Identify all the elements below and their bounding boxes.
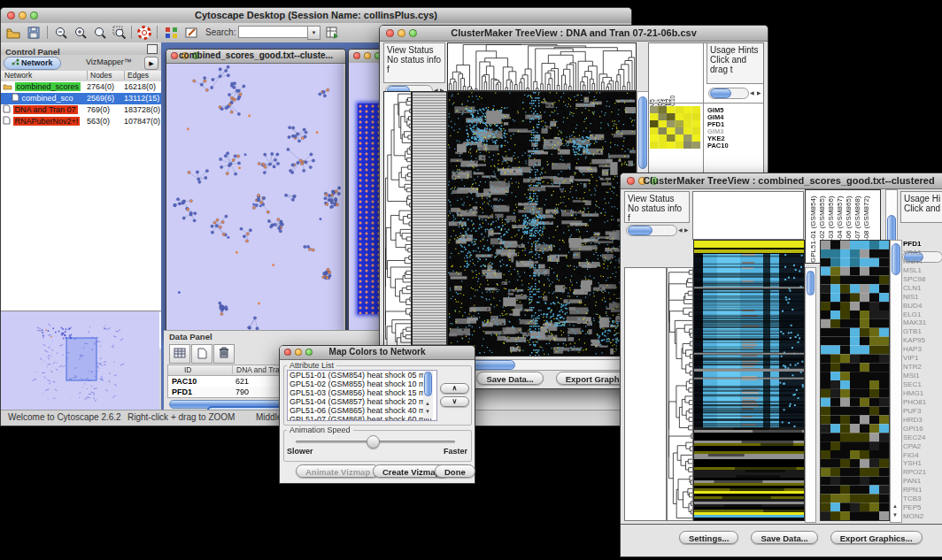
import-table-icon[interactable] <box>323 25 341 41</box>
gene-label: FIG4 <box>903 451 942 460</box>
tab-network[interactable]: Network <box>4 57 61 70</box>
scroll-left-icon[interactable]: ◀ <box>678 226 683 234</box>
new-document-icon[interactable] <box>191 344 212 364</box>
zoom-in-icon[interactable] <box>72 25 89 41</box>
network-row[interactable]: DNA and Tran 07 769(0) 183728(0) <box>1 104 161 116</box>
table-icon[interactable] <box>169 344 190 364</box>
done-button[interactable]: Done <box>435 464 475 478</box>
treeview-button[interactable]: Save Data... <box>476 372 543 385</box>
gene-label: HMG1 <box>903 389 942 398</box>
row-labels-strip <box>412 91 447 357</box>
network-row[interactable]: combined_scores 2764(0) 16218(0) <box>1 81 161 93</box>
gene-label: RPO21 <box>903 468 942 477</box>
network-row[interactable]: RNAPuberNov2+! 563(0) 107847(0) <box>1 116 161 127</box>
help-lifering-icon[interactable] <box>135 25 153 41</box>
speed-slider-thumb[interactable] <box>367 435 380 449</box>
attribute-item[interactable]: GPL51-06 (GSM865) heat shock 40 min <box>290 406 436 415</box>
move-down-button[interactable]: ∨ <box>440 396 469 407</box>
animate-vizmap-button[interactable]: Animate Vizmap <box>296 464 380 478</box>
gene-label: MSI1 <box>903 372 942 380</box>
network-view-window: combined_scores_good.txt--cluste... <box>166 49 346 337</box>
attribute-item[interactable]: GPL51-01 (GSM854) heat shock 05 min <box>290 371 436 380</box>
network-canvas[interactable] <box>166 64 344 335</box>
search-label: Search: <box>205 27 236 37</box>
attribute-item[interactable]: GPL51-07 (GSM868) heat shock 60 min <box>290 415 436 421</box>
col-nodes[interactable]: Nodes <box>87 71 112 80</box>
zoom-fit-icon[interactable] <box>91 25 109 41</box>
scroll-down-icon[interactable]: ▼ <box>892 511 898 518</box>
animation-speed-label: Animation Speed <box>287 426 353 434</box>
global-heatmap[interactable] <box>447 91 637 357</box>
gene-label: MSL1 <box>903 266 942 275</box>
heatmap-hscrollbar[interactable] <box>449 359 637 371</box>
view-status-scrollbar[interactable] <box>626 225 677 236</box>
control-panel: Control Panel Network VizMapper™ ▶ Netwo… <box>1 42 162 410</box>
minimize-button[interactable] <box>364 52 371 59</box>
float-panel-icon[interactable] <box>147 44 158 54</box>
gene-label: PFD1 <box>903 240 942 249</box>
gene-label: PHO81 <box>903 398 942 407</box>
usage-scrollbar[interactable] <box>708 88 749 99</box>
heatmap-vscrollbar[interactable] <box>805 267 816 523</box>
desktop: Cytoscape Desktop (Session Name: collins… <box>0 0 942 560</box>
gene-label: PEP5 <box>903 503 942 512</box>
usage-hints-box: Usage HiClick and <box>900 191 942 223</box>
gene-label: SPC98 <box>903 275 942 284</box>
gene-label: BUD4 <box>903 302 942 311</box>
row-dendrogram[interactable] <box>383 91 412 357</box>
scroll-left-icon[interactable]: ◀ <box>750 89 754 96</box>
treeview-button[interactable]: Settings... <box>679 531 738 544</box>
gene-label: HRD3 <box>903 416 942 425</box>
vizmapper-icon[interactable] <box>162 25 180 41</box>
zoom-vscrollbar[interactable]: ▲ ▼ <box>890 240 902 523</box>
usage-hints-box: Usage HintsClick and drag t <box>706 43 763 84</box>
birdseye-view[interactable] <box>1 311 161 410</box>
close-button[interactable] <box>353 52 360 59</box>
treeview-button[interactable]: Save Data... <box>751 531 817 544</box>
attribute-item[interactable]: GPL51-03 (GSM856) heat shock 15 min <box>290 388 436 397</box>
scroll-right-icon[interactable]: ▶ <box>684 226 689 234</box>
search-input[interactable] <box>238 26 309 38</box>
gene-list: PFD1YRA1RNR4MSL1SPC98CLN1NIS1BUD4ELG1MAK… <box>903 240 942 521</box>
global-heatmap[interactable] <box>693 240 805 521</box>
treeview2-title: ClusterMaker TreeView : combined_scores_… <box>621 175 942 186</box>
scroll-up-icon[interactable]: ▲ <box>892 502 898 510</box>
trash-icon[interactable] <box>213 344 235 364</box>
attribute-item[interactable]: GPL51-02 (GSM855) heat shock 10 min <box>290 380 436 388</box>
faster-label: Faster <box>444 447 467 456</box>
gene-label: GTB1 <box>903 327 942 336</box>
view-status-box: View StatusNo status info f <box>383 42 445 83</box>
gene-label: CPA2 <box>903 442 942 451</box>
row-dendrogram[interactable] <box>667 267 693 521</box>
tab-overflow-button[interactable]: ▶ <box>144 57 158 70</box>
search-dropdown-button[interactable]: ▼ <box>307 26 320 40</box>
gene-label: TCB3 <box>903 495 942 503</box>
gene-label: ELG1 <box>903 311 942 319</box>
attribute-item[interactable]: GPL51-04 (GSM857) heat shock 20 min <box>290 397 436 406</box>
column-dendrogram[interactable] <box>447 42 637 91</box>
attribute-list[interactable]: GPL51-01 (GSM854) heat shock 05 minGPL51… <box>287 370 437 421</box>
cytoscape-titlebar[interactable]: Cytoscape Desktop (Session Name: collins… <box>1 8 631 24</box>
zoom-heatmap[interactable] <box>650 106 700 149</box>
zoom-out-icon[interactable] <box>52 25 70 41</box>
status-zoom-hint: Right-click + drag to ZOOM <box>127 410 235 425</box>
annotation-icon[interactable] <box>182 25 200 41</box>
scroll-down-icon[interactable]: ▼ <box>425 408 430 415</box>
zoom-heatmap[interactable] <box>820 240 890 521</box>
scroll-right-icon[interactable]: ▶ <box>757 89 761 96</box>
gene-label: MAK31 <box>903 318 942 327</box>
col-network[interactable]: Network <box>4 71 32 80</box>
zoom-selected-icon[interactable] <box>111 25 128 41</box>
network-row-selected[interactable]: combined_sco 2569(6) 13112(15) <box>1 93 161 104</box>
data-col-id[interactable]: ID <box>184 365 192 374</box>
scroll-up-icon[interactable]: ▲ <box>425 400 430 407</box>
open-icon[interactable] <box>4 25 22 41</box>
tab-vizmapper[interactable]: VizMapper™ <box>79 57 139 68</box>
treeview-button[interactable]: Export Graphics... <box>830 531 923 544</box>
col-edges[interactable]: Edges <box>124 71 149 80</box>
column-label: GPL51-01 (GSM854) <box>809 190 818 263</box>
save-icon[interactable] <box>25 25 42 41</box>
status-welcome: Welcome to Cytoscape 2.6.2 <box>8 410 121 425</box>
move-up-button[interactable]: ∧ <box>440 383 469 394</box>
attribute-scrollbar[interactable]: ▲ ▼ <box>423 371 433 418</box>
